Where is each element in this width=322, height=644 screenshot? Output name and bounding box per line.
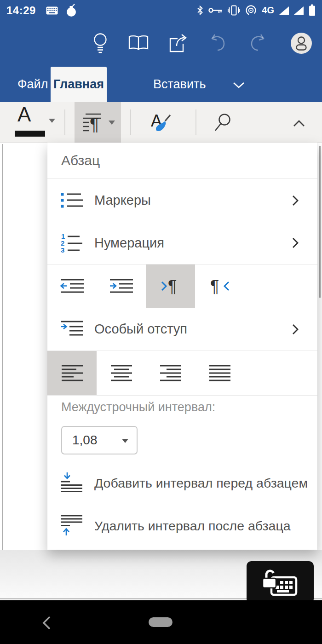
ribbon-tab-bar: Файл Главная Вставить bbox=[0, 67, 322, 102]
remove-space-after-icon bbox=[60, 514, 83, 536]
show-keyboard-button[interactable] bbox=[247, 561, 314, 604]
bluetooth-icon bbox=[197, 6, 203, 15]
chevron-right-icon bbox=[292, 324, 299, 335]
signal-strength-icon-2 bbox=[294, 6, 304, 15]
quick-toolbar: A ¶ A bbox=[0, 102, 322, 143]
format-painter-icon: A bbox=[151, 111, 172, 133]
remove-space-after-label: Удалить интервал после абзаца bbox=[94, 505, 291, 546]
indent-direction-row: ¶ ¶ bbox=[47, 264, 317, 308]
chevron-down-icon bbox=[109, 121, 115, 125]
battery-icon bbox=[309, 4, 316, 17]
panel-title: Абзац bbox=[61, 143, 100, 178]
paragraph-formatting-icon: ¶ bbox=[81, 112, 104, 132]
font-color-button[interactable]: A bbox=[11, 102, 62, 143]
tab-insert[interactable]: Вставить bbox=[153, 67, 206, 102]
align-right-button[interactable] bbox=[146, 351, 195, 395]
undo-icon bbox=[208, 34, 227, 52]
back-button[interactable] bbox=[41, 615, 52, 630]
menu-item-numbering[interactable]: 1 2 3 Нумерация bbox=[47, 222, 317, 264]
chevron-down-icon bbox=[49, 119, 55, 123]
alignment-row bbox=[47, 351, 317, 395]
menu-item-bullets[interactable]: Маркеры bbox=[47, 179, 317, 222]
vibrate-icon bbox=[228, 5, 240, 16]
numbered-list-icon: 1 2 3 bbox=[60, 233, 83, 253]
numbering-label: Нумерация bbox=[94, 222, 164, 264]
svg-text:¶: ¶ bbox=[168, 277, 177, 295]
divider bbox=[47, 395, 317, 396]
font-color-letter: A bbox=[17, 103, 31, 126]
paragraph-formatting-button[interactable]: ¶ bbox=[75, 102, 121, 143]
read-mode-book-icon[interactable] bbox=[128, 34, 149, 52]
line-spacing-dropdown[interactable]: 1,08 bbox=[61, 426, 138, 454]
status-bar: 14:29 bbox=[0, 0, 322, 21]
align-center-button[interactable] bbox=[97, 351, 146, 395]
special-indent-label: Особый отступ bbox=[94, 308, 187, 351]
clock: 14:29 bbox=[6, 4, 36, 17]
toolbar-divider bbox=[196, 109, 196, 135]
chevron-right-icon bbox=[292, 237, 299, 248]
app-header bbox=[0, 21, 322, 67]
redo-icon bbox=[248, 34, 268, 52]
search-icon bbox=[213, 113, 232, 132]
bomb-notification-icon bbox=[65, 4, 77, 17]
line-spacing-value: 1,08 bbox=[72, 427, 98, 454]
account-avatar[interactable] bbox=[291, 33, 312, 54]
chevron-up-icon bbox=[293, 120, 305, 127]
bullet-list-icon bbox=[60, 191, 83, 209]
tell-me-lightbulb-icon[interactable] bbox=[92, 33, 109, 55]
add-space-before-icon bbox=[60, 472, 83, 493]
chevron-down-icon bbox=[122, 439, 128, 443]
special-indent-icon bbox=[60, 320, 85, 338]
chevron-down-icon[interactable] bbox=[233, 82, 245, 89]
tab-file[interactable]: Файл bbox=[17, 67, 48, 102]
bullets-label: Маркеры bbox=[94, 179, 151, 222]
svg-text:¶: ¶ bbox=[90, 115, 99, 132]
menu-item-remove-space-after[interactable]: Удалить интервал после абзаца bbox=[47, 505, 317, 546]
menu-item-special-indent[interactable]: Особый отступ bbox=[47, 308, 317, 351]
search-button[interactable] bbox=[202, 102, 244, 143]
increase-indent-button[interactable] bbox=[97, 264, 146, 308]
page-left-edge bbox=[2, 144, 3, 599]
svg-text:3: 3 bbox=[61, 246, 64, 253]
add-space-before-label: Добавить интервал перед абзацем bbox=[94, 463, 308, 503]
align-left-button-selected[interactable] bbox=[47, 351, 97, 395]
ltr-text-direction-button-selected[interactable]: ¶ bbox=[146, 264, 195, 308]
format-painter-button[interactable]: A bbox=[138, 102, 184, 143]
toolbar-divider bbox=[64, 109, 65, 135]
home-pill-button[interactable] bbox=[149, 617, 172, 627]
keyboard-notification-icon bbox=[46, 6, 58, 15]
tab-home-selected[interactable]: Главная bbox=[51, 67, 107, 102]
chevron-right-icon bbox=[292, 195, 299, 206]
document-scrollbar[interactable] bbox=[319, 146, 321, 298]
font-color-swatch bbox=[15, 131, 45, 137]
menu-item-add-space-before[interactable]: Добавить интервал перед абзацем bbox=[47, 463, 317, 503]
data-saver-icon bbox=[245, 5, 257, 16]
rtl-text-direction-button[interactable]: ¶ bbox=[195, 264, 244, 308]
share-icon[interactable] bbox=[167, 34, 190, 54]
toolbar-divider bbox=[130, 109, 131, 135]
network-type-label: 4G bbox=[262, 5, 274, 16]
align-justify-button[interactable] bbox=[195, 351, 244, 395]
word-mobile-screen: 14:29 bbox=[0, 0, 322, 644]
vpn-key-icon bbox=[208, 7, 223, 14]
line-spacing-label: Междустрочный интервал: bbox=[61, 400, 215, 414]
svg-text:¶: ¶ bbox=[210, 277, 219, 295]
signal-strength-icon bbox=[279, 6, 289, 15]
android-nav-bar bbox=[0, 600, 322, 644]
decrease-indent-button[interactable] bbox=[47, 264, 97, 308]
paragraph-panel: Абзац Маркеры 1 2 3 bbox=[47, 143, 317, 550]
collapse-ribbon-button[interactable] bbox=[284, 102, 314, 143]
keyboard-unlock-icon bbox=[262, 568, 299, 597]
person-icon bbox=[291, 33, 312, 54]
